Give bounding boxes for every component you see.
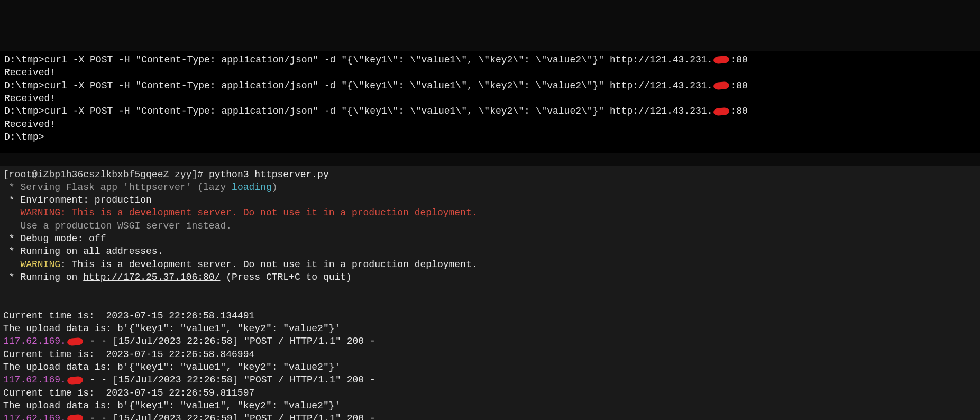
- windows-terminal[interactable]: D:\tmp>curl -X POST -H "Content-Type: ap…: [0, 51, 980, 153]
- server-url[interactable]: http://172.25.37.106:80/: [83, 272, 220, 282]
- req-data-1: The upload data is: b'{"key1": "value1",…: [3, 323, 340, 334]
- shell-command: python3 httpserver.py: [209, 169, 329, 180]
- client-ip: 117.62.169.: [3, 336, 66, 346]
- redacted-ip-icon: [712, 55, 730, 65]
- req-data-3: The upload data is: b'{"key1": "value1",…: [3, 400, 340, 411]
- curl-port: :80: [730, 106, 747, 116]
- curl-command: curl -X POST -H "Content-Type: applicati…: [44, 106, 713, 116]
- cmd-line-3: D:\tmp>curl -X POST -H "Content-Type: ap…: [4, 106, 748, 116]
- req-time-1: Current time is: 2023-07-15 22:26:58.134…: [3, 311, 254, 321]
- curl-port: :80: [730, 80, 747, 91]
- response-3: Received!: [4, 119, 56, 130]
- req-time-2: Current time is: 2023-07-15 22:26:58.846…: [3, 349, 254, 360]
- redacted-ip-icon: [66, 376, 84, 385]
- response-1: Received!: [4, 67, 56, 78]
- cmd-line-2: D:\tmp>curl -X POST -H "Content-Type: ap…: [4, 80, 748, 91]
- redacted-ip-icon: [66, 414, 84, 420]
- curl-command: curl -X POST -H "Content-Type: applicati…: [44, 54, 713, 65]
- redacted-ip-icon: [66, 337, 84, 346]
- req-time-3: Current time is: 2023-07-15 22:26:59.811…: [3, 388, 254, 398]
- cmd-line-1: D:\tmp>curl -X POST -H "Content-Type: ap…: [4, 54, 748, 65]
- flask-running-on: * Running on http://172.25.37.106:80/ (P…: [3, 272, 352, 282]
- req-log-2: 117.62.169. - - [15/Jul/2023 22:26:58] "…: [3, 375, 375, 385]
- flask-running-all: * Running on all addresses.: [3, 246, 163, 257]
- flask-debug: * Debug mode: off: [3, 233, 106, 244]
- redacted-ip-icon: [712, 107, 730, 116]
- prompt-idle[interactable]: D:\tmp>: [4, 132, 44, 142]
- shell-prompt: [root@iZbp1h36cszlkbxbf5gqeeZ zyy]#: [3, 169, 209, 180]
- flask-use-prod: Use a production WSGI server instead.: [3, 221, 232, 231]
- linux-terminal[interactable]: [root@iZbp1h36cszlkbxbf5gqeeZ zyy]# pyth…: [0, 166, 980, 420]
- req-log-1: 117.62.169. - - [15/Jul/2023 22:26:58] "…: [3, 336, 375, 346]
- client-ip: 117.62.169.: [3, 375, 66, 385]
- flask-warning-2: WARNING: This is a development server. D…: [3, 259, 478, 270]
- curl-port: :80: [730, 54, 747, 65]
- req-data-2: The upload data is: b'{"key1": "value1",…: [3, 362, 340, 372]
- client-ip: 117.62.169.: [3, 413, 66, 420]
- prompt: D:\tmp>: [4, 106, 44, 116]
- prompt: D:\tmp>: [4, 54, 44, 65]
- shell-line: [root@iZbp1h36cszlkbxbf5gqeeZ zyy]# pyth…: [3, 169, 329, 180]
- prompt: D:\tmp>: [4, 80, 44, 91]
- flask-warning-1: WARNING: This is a development server. D…: [3, 207, 478, 218]
- curl-command: curl -X POST -H "Content-Type: applicati…: [44, 80, 713, 91]
- flask-serving: * Serving Flask app 'httpserver' (lazy l…: [3, 182, 278, 193]
- req-log-3: 117.62.169. - - [15/Jul/2023 22:26:59] "…: [3, 413, 375, 420]
- response-2: Received!: [4, 93, 56, 104]
- flask-env: * Environment: production: [3, 195, 152, 205]
- redacted-ip-icon: [712, 81, 730, 90]
